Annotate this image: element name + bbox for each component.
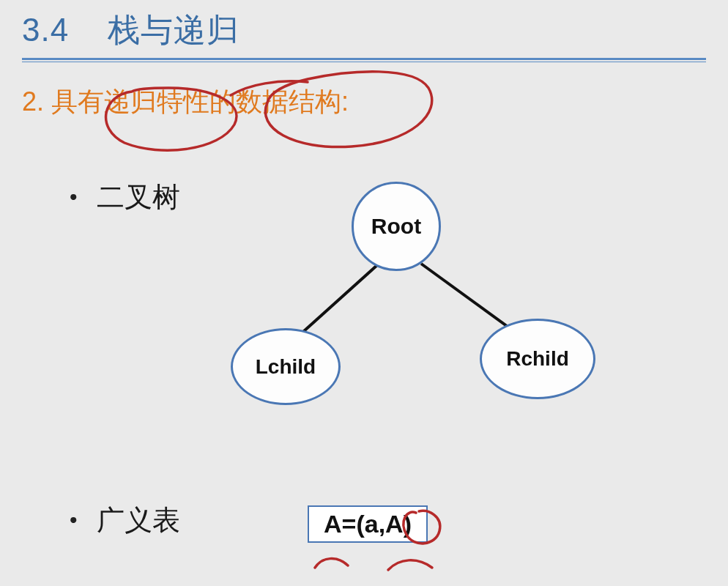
section-heading: 3.4 栈与递归 — [0, 0, 728, 58]
tree-node-lchild: Lchild — [231, 328, 341, 405]
bullet-icon: • — [70, 185, 78, 209]
tree-edge-right — [420, 262, 517, 333]
heading-underline — [22, 58, 706, 62]
annotation-mark-below-left — [315, 559, 348, 568]
generalized-list-formula-box: A=(a,A) — [308, 505, 428, 543]
bullet-label: 二叉树 — [97, 179, 180, 216]
bullet-icon: • — [70, 508, 78, 533]
section-title: 栈与递归 — [108, 12, 239, 48]
binary-tree-diagram: Root Lchild Rchild — [190, 168, 630, 418]
sub-heading: 2. 具有递归特性的数据结构: — [0, 71, 728, 120]
section-number: 3.4 — [22, 12, 69, 48]
bullet-label: 广义表 — [97, 502, 180, 539]
annotation-mark-below-right — [388, 560, 432, 570]
tree-node-rchild: Rchild — [480, 319, 595, 399]
tree-node-root: Root — [352, 182, 441, 271]
